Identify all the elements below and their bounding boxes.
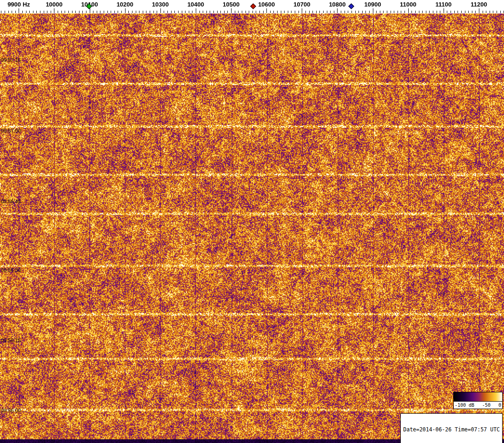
frequency-markers [0, 0, 504, 13]
legend-min-label: -100 dB [455, 403, 474, 408]
spectrogram-canvas[interactable] [0, 13, 504, 443]
legend-max-label: 0 [498, 403, 501, 408]
waterfall-area: 09:57:1509:57:0009:56:4509:56:3009:56:15… [0, 13, 504, 443]
colorbar-legend: -100 dB -50 0 [453, 392, 503, 409]
marker-diamond-red[interactable] [250, 3, 256, 9]
legend-mid-label: -50 [482, 403, 491, 408]
colorbar-gradient [454, 392, 502, 402]
info-box: Date=2014-06-26 Time=07:57 UTC Freq=143 … [400, 413, 503, 443]
info-date-line: Date=2014-06-26 Time=07:57 UTC [403, 427, 500, 433]
colorbar-labels: -100 dB -50 0 [454, 402, 502, 409]
marker-diamond-blue[interactable] [348, 3, 354, 9]
marker-diamond-green[interactable] [86, 3, 92, 9]
spectrogram-app: 9900 Hz100001010010200103001040010500106… [0, 0, 504, 443]
frequency-axis: 9900 Hz100001010010200103001040010500106… [0, 0, 504, 13]
